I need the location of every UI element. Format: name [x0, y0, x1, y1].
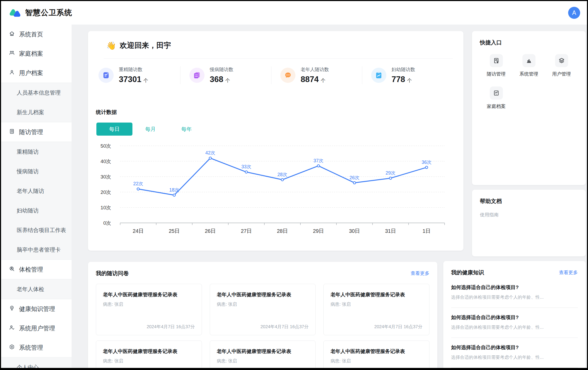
- quick-followup-mgmt[interactable]: 随访管理: [480, 54, 513, 77]
- sidebar-item-elderly-exam[interactable]: 老年人体检: [1, 279, 72, 299]
- chat-orange-icon: [280, 68, 295, 83]
- sidebar-subgroup-system: 个人中心: [1, 357, 72, 370]
- clipboard-icon: [9, 128, 15, 136]
- quick-system-mgmt[interactable]: 系统管理: [513, 54, 545, 77]
- sidebar-item-home[interactable]: 系统首页: [1, 25, 72, 44]
- tab-daily[interactable]: 每日: [96, 123, 132, 136]
- health-knowledge-card: 我的健康知识 查看更多 如何选择适合自己的体检项目? 选择合适的体检项目需要考虑…: [443, 261, 586, 370]
- knowledge-item-title: 如何选择适合自己的体检项目?: [451, 314, 578, 321]
- sidebar-item-newborn-archive[interactable]: 新生儿档案: [1, 102, 72, 122]
- knowledge-item-title: 如何选择适合自己的体检项目?: [451, 344, 578, 351]
- svg-text:20次: 20次: [101, 189, 111, 195]
- questionnaire-date: 2024年4月7日 16点37分: [374, 324, 422, 330]
- stats-row: 重精随访数 37301个 慢病随访数 368个: [96, 62, 453, 88]
- stat-unit: 个: [225, 78, 230, 83]
- sidebar-item-user-archive[interactable]: 用户档案: [1, 63, 72, 83]
- svg-text:10次: 10次: [101, 205, 111, 210]
- sidebar-item-chronic-followup[interactable]: 慢病随访: [1, 161, 72, 181]
- help-docs-title: 帮助文档: [480, 198, 502, 205]
- sidebar-item-system-users[interactable]: 系统用户管理: [1, 319, 72, 338]
- quick-family-archive[interactable]: 家庭档案: [480, 86, 513, 109]
- tab-yearly[interactable]: 每年: [168, 123, 205, 136]
- layers-icon: [555, 54, 568, 67]
- sidebar-item-physical-exam[interactable]: 体检管理: [1, 260, 72, 279]
- statistics-tabs: 每日 每月 每年: [96, 123, 463, 136]
- statistics-section-title: 统计数据: [96, 109, 463, 116]
- sidebar-item-mental-followup[interactable]: 重精随访: [1, 142, 72, 161]
- svg-text:24日: 24日: [133, 228, 144, 234]
- stat-unit: 个: [321, 78, 325, 83]
- help-docs-card: 帮助文档 使用指南: [472, 190, 586, 256]
- stat-mental-followups: 重精随访数 37301个: [96, 66, 180, 84]
- quick-user-mgmt[interactable]: 用户管理: [545, 54, 578, 77]
- sidebar-item-label: 体检管理: [19, 265, 43, 274]
- sidebar-item-health-knowledge[interactable]: 健康知识管理: [1, 299, 72, 319]
- sidebar-item-system-mgmt[interactable]: 系统管理: [1, 338, 72, 357]
- health-knowledge-more-link[interactable]: 查看更多: [559, 269, 578, 276]
- svg-text:27日: 27日: [241, 228, 252, 234]
- svg-text:26日: 26日: [205, 228, 216, 234]
- document-purple-icon: [189, 68, 205, 83]
- sidebar-subgroup-followup: 重精随访 慢病随访 老年人随访 妇幼随访 医养结合项目工作表 脑卒中患者管理卡: [1, 142, 72, 260]
- quick-item-label: 随访管理: [480, 71, 513, 77]
- svg-text:36次: 36次: [422, 160, 432, 165]
- knowledge-item[interactable]: 如何选择适合自己的体检项目? 选择合适的体检项目需要考虑个人的年龄、性...: [451, 338, 578, 368]
- sidebar-item-maternal-followup[interactable]: 妇幼随访: [1, 201, 72, 220]
- bulb-icon: [9, 305, 15, 313]
- questionnaires-card: 我的随访问卷 查看更多 老年人中医药健康管理服务记录表 病患: 张启 2024年…: [88, 262, 437, 370]
- svg-text:29次: 29次: [386, 170, 395, 176]
- document-blue-icon: [98, 68, 114, 83]
- sidebar-item-personal-center[interactable]: 个人中心: [1, 357, 72, 370]
- questionnaires-title: 我的随访问卷: [96, 270, 129, 277]
- svg-text:28日: 28日: [277, 228, 288, 234]
- user-avatar[interactable]: A: [568, 7, 580, 19]
- questionnaire-card[interactable]: 老年人中医药健康管理服务记录表 病患: 张启: [96, 340, 202, 370]
- sidebar-item-label: 系统首页: [19, 30, 43, 38]
- questionnaire-title: 老年人中医药健康管理服务记录表: [217, 348, 309, 355]
- svg-text:30日: 30日: [349, 228, 360, 234]
- svg-text:42次: 42次: [205, 150, 215, 155]
- stat-chronic-followups: 慢病随访数 368个: [180, 66, 271, 84]
- questionnaires-more-link[interactable]: 查看更多: [411, 270, 429, 276]
- stat-maternal-followups: 妇幼随访数 778个: [362, 66, 453, 84]
- welcome-banner: 👋 欢迎回来，田宇: [88, 31, 463, 50]
- questionnaire-card[interactable]: 老年人中医药健康管理服务记录表 病患: 张启: [323, 340, 429, 370]
- tab-monthly[interactable]: 每月: [132, 123, 168, 136]
- svg-text:50次: 50次: [101, 143, 111, 149]
- svg-text:25日: 25日: [169, 228, 180, 234]
- app-title: 智慧公卫系统: [25, 8, 72, 18]
- app-logo-icon: [9, 7, 21, 18]
- questionnaire-title: 老年人中医药健康管理服务记录表: [330, 291, 422, 298]
- questionnaire-card[interactable]: 老年人中医药健康管理服务记录表 病患: 张启 2024年4月7日 16点37分: [210, 284, 316, 335]
- sidebar-item-medical-care-worksheet[interactable]: 医养结合项目工作表: [1, 220, 72, 240]
- questionnaire-card[interactable]: 老年人中医药健康管理服务记录表 病患: 张启 2024年4月7日 16点37分: [96, 284, 202, 335]
- sidebar-item-elderly-followup[interactable]: 老年人随访: [1, 181, 72, 201]
- sidebar-item-family-archive[interactable]: 家庭档案: [1, 44, 72, 63]
- followup-trend-chart: 0次10次20次30次40次50次24日25日26日27日28日29日30日31…: [96, 139, 456, 241]
- questionnaire-card[interactable]: 老年人中医药健康管理服务记录表 病患: 张启: [210, 340, 316, 370]
- stat-label: 老年人随访数: [301, 66, 329, 73]
- gear-icon: [9, 344, 15, 351]
- user-icon: [9, 69, 15, 77]
- health-knowledge-title: 我的健康知识: [451, 269, 484, 276]
- stat-elderly-followups: 老年人随访数 8874个: [271, 66, 362, 84]
- svg-text:40次: 40次: [101, 159, 111, 164]
- stat-label: 慢病随访数: [210, 66, 233, 73]
- sidebar-item-followup-mgmt[interactable]: 随访管理: [1, 122, 72, 142]
- quick-access-title: 快捷入口: [480, 39, 502, 46]
- usage-guide-link[interactable]: 使用指南: [480, 212, 586, 218]
- knowledge-item[interactable]: 如何选择适合自己的体检项目? 选择合适的体检项目需要考虑个人的年龄、性...: [451, 278, 578, 308]
- questionnaire-patient: 病患: 张启: [103, 301, 195, 307]
- stat-unit: 个: [143, 78, 148, 83]
- questionnaire-patient: 病患: 张启: [103, 358, 195, 364]
- sidebar-item-stroke-card[interactable]: 脑卒中患者管理卡: [1, 240, 72, 259]
- stat-label: 妇幼随访数: [392, 66, 415, 73]
- svg-text:30次: 30次: [101, 174, 111, 180]
- sidebar-item-person-info[interactable]: 人员基本信息管理: [1, 83, 72, 102]
- questionnaire-card[interactable]: 老年人中医药健康管理服务记录表 病患: 张启 2024年4月7日 16点37分: [323, 284, 429, 335]
- knowledge-item[interactable]: 如何选择适合自己的体检项目? 选择合适的体检项目需要考虑个人的年龄、性...: [451, 308, 578, 338]
- overview-card: 👋 欢迎回来，田宇 重精随访数 37301个: [88, 31, 463, 251]
- svg-text:18次: 18次: [169, 187, 179, 193]
- stat-value: 37301: [119, 75, 141, 84]
- svg-text:1日: 1日: [422, 228, 430, 234]
